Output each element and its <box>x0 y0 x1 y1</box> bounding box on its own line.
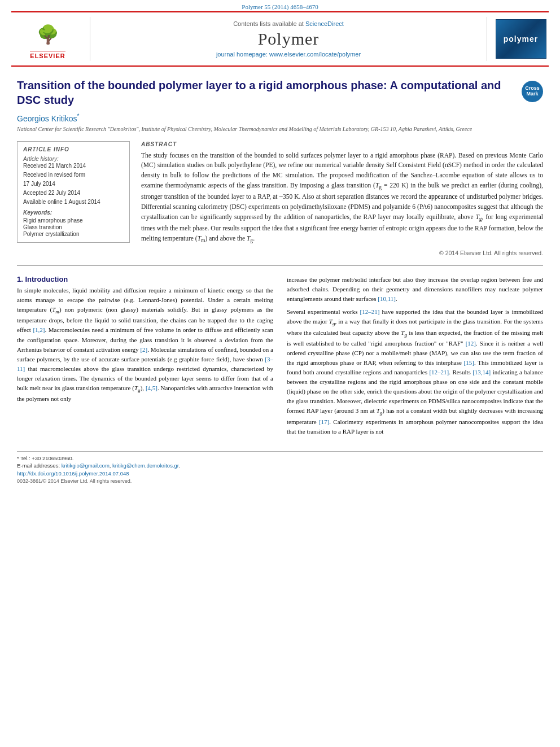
ref-1-2[interactable]: [1,2] <box>33 326 45 333</box>
article-info-column: ARTICLE INFO Article history: Received 2… <box>17 141 130 256</box>
footnote-tel: * Tel.: +30 2106503960. <box>17 455 543 461</box>
footnote-email: E-mail addresses: kritikgio@gmail.com, k… <box>17 462 543 469</box>
ref-12-21[interactable]: [12–21] <box>360 308 380 315</box>
elsevier-brand-text: ELSEVIER <box>30 51 65 59</box>
page-wrapper: Polymer 55 (2014) 4658–4670 🌳 ELSEVIER C… <box>0 0 560 490</box>
polymer-logo-text: polymer <box>504 34 538 43</box>
accepted-date: Accepted 22 July 2014 <box>23 190 124 196</box>
ref-4-5[interactable]: [4,5] <box>146 385 158 391</box>
page-footer: * Tel.: +30 2106503960. E-mail addresses… <box>17 451 543 490</box>
abstract-heading: ABSTRACT <box>141 141 543 147</box>
contents-label: Contents lists available at <box>233 20 304 27</box>
abstract-text: The study focuses on the transition of t… <box>141 151 543 245</box>
tree-icon: 🌳 <box>37 24 59 45</box>
doi-link[interactable]: http://dx.doi.org/10.1016/j.polymer.2014… <box>17 470 543 477</box>
author-name: Georgios Kritikos* <box>17 113 543 123</box>
homepage-label[interactable]: journal homepage: www.elsevier.com/locat… <box>216 51 361 58</box>
ref-17[interactable]: [17] <box>319 418 329 425</box>
journal-center: Contents lists available at ScienceDirec… <box>90 17 487 61</box>
body-two-col: 1. Introduction In simple molecules, liq… <box>17 275 543 440</box>
ref-12[interactable]: [12] <box>466 340 476 347</box>
elsevier-logo: 🌳 ELSEVIER <box>17 19 79 59</box>
journal-name: Polymer <box>258 29 320 49</box>
intro-section-heading: 1. Introduction <box>17 275 273 283</box>
email-link-2[interactable]: kritikg@chem.demokritos.gr <box>112 462 178 469</box>
intro-para-2: increase the polymer melt/solid interfac… <box>287 275 543 304</box>
keywords-label: Keywords: <box>23 209 124 216</box>
info-abstract-columns: ARTICLE INFO Article history: Received 2… <box>17 141 543 256</box>
ref-3-11[interactable]: [3–11] <box>17 356 273 372</box>
journal-ref: Polymer 55 (2014) 4658–4670 <box>242 3 318 10</box>
intro-para-3: Several experimental works [12–21] have … <box>287 307 543 436</box>
crossmark-circle: CrossMark <box>522 81 543 102</box>
ref-15[interactable]: [15] <box>464 359 474 366</box>
crossmark-label: CrossMark <box>525 86 540 97</box>
author-superscript: * <box>77 113 80 119</box>
email-link-1[interactable]: kritikgio@gmail.com <box>62 462 110 469</box>
article-content: CrossMark Transition of the bounded poly… <box>0 67 560 445</box>
sciencedirect-link[interactable]: ScienceDirect <box>305 20 344 27</box>
ref-10-11[interactable]: [10,11] <box>378 295 396 302</box>
article-title: Transition of the bounded polymer layer … <box>17 78 543 107</box>
body-col-right: increase the polymer melt/solid interfac… <box>287 275 543 440</box>
affiliation: National Center for Scientific Research … <box>17 125 543 133</box>
ref-12-21b[interactable]: [12–21] <box>429 369 449 375</box>
abstract-copyright: © 2014 Elsevier Ltd. All rights reserved… <box>141 250 543 256</box>
journal-homepage: journal homepage: www.elsevier.com/locat… <box>216 51 361 58</box>
available-date: Available online 1 August 2014 <box>23 199 124 205</box>
elsevier-tree-image: 🌳 <box>17 19 79 50</box>
polymer-logo: polymer <box>496 19 546 59</box>
elsevier-branding: 🌳 ELSEVIER <box>11 17 90 61</box>
revised-label: Received in revised form <box>23 172 124 178</box>
abstract-column: ABSTRACT The study focuses on the transi… <box>141 141 543 256</box>
email-label: E-mail addresses: <box>17 462 62 469</box>
footer-copyright: 0032-3861/© 2014 Elsevier Ltd. All right… <box>17 478 543 484</box>
ref-2[interactable]: [2] <box>140 346 147 353</box>
keyword-1: Rigid amorphous phase <box>23 217 124 224</box>
article-info-box: ARTICLE INFO Article history: Received 2… <box>17 141 130 243</box>
history-label: Article history: <box>23 156 124 162</box>
keyword-2: Glass transition <box>23 224 124 230</box>
received-date: Received 21 March 2014 <box>23 163 124 169</box>
sciencedirect-line: Contents lists available at ScienceDirec… <box>233 20 344 27</box>
keyword-3: Polymer crystallization <box>23 231 124 237</box>
title-row: CrossMark Transition of the bounded poly… <box>17 78 543 107</box>
crossmark-badge: CrossMark <box>522 81 543 102</box>
top-bar: Polymer 55 (2014) 4658–4670 <box>0 0 560 11</box>
article-info-heading: ARTICLE INFO <box>23 146 124 152</box>
section-divider <box>17 265 543 266</box>
body-col-left: 1. Introduction In simple molecules, liq… <box>17 275 273 440</box>
journal-header: 🌳 ELSEVIER Contents lists available at S… <box>11 11 549 67</box>
polymer-logo-box-container: polymer <box>487 17 549 61</box>
revised-date: 17 July 2014 <box>23 181 124 187</box>
ref-13-14[interactable]: [13,14] <box>473 369 491 375</box>
intro-para-1: In simple molecules, liquid mobility and… <box>17 286 273 404</box>
